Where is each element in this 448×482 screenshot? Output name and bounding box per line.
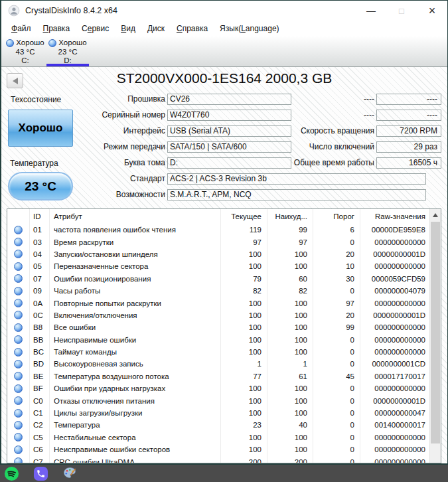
attribute-cell: Все ошибки <box>50 321 221 333</box>
status-orb-icon <box>14 409 23 418</box>
table-row[interactable]: 04 Запуски/остановки шпинделя 100 100 20… <box>7 248 429 260</box>
table-row[interactable]: 07 Ошибки позиционирования 79 60 30 0000… <box>7 273 429 285</box>
field-label: Скорость вращения <box>254 126 374 135</box>
back-button[interactable] <box>7 73 23 88</box>
tab-status: Хорошо <box>16 39 44 48</box>
worst-cell: 61 <box>267 370 313 382</box>
drive-tab-d[interactable]: Хорошо 23 °C D: <box>46 36 89 66</box>
threshold-cell: 10 <box>313 260 360 272</box>
table-row[interactable]: BF Ошибки при ударных нагрузках 100 100 … <box>7 382 429 394</box>
status-cell <box>7 309 30 321</box>
status-cell <box>7 297 30 309</box>
worst-cell: 100 <box>267 260 313 272</box>
worst-cell: 200 <box>267 455 313 463</box>
info-field-row-wide: Стандарт ACS-2 | ACS-3 Revision 3b <box>1 171 426 187</box>
table-row[interactable]: B8 Все ошибки 100 100 99 000000000000 <box>7 321 429 333</box>
table-row[interactable]: 0C Включения/отключения 100 100 20 00000… <box>7 309 429 321</box>
current-cell: 100 <box>221 432 267 443</box>
scrollbar-thumb[interactable] <box>431 222 440 443</box>
table-row[interactable]: C7 CRC-ошибки UltraDMA 200 200 0 0000000… <box>7 455 429 463</box>
menu-view[interactable]: Вид <box>115 22 141 35</box>
threshold-cell: 30 <box>313 273 360 285</box>
field-value-box: ---- <box>376 94 441 105</box>
scroll-up-button[interactable] <box>430 209 441 220</box>
threshold-column-header[interactable]: Порог <box>313 209 360 224</box>
close-button[interactable]: × <box>417 1 447 21</box>
minimize-button[interactable]: — <box>356 1 386 21</box>
field-value-box: S.M.A.R.T., APM, NCQ <box>167 189 426 201</box>
table-row[interactable]: 03 Время раскрутки 97 97 0 000000000000 <box>7 236 429 248</box>
menu-edit[interactable]: Правка <box>37 22 76 35</box>
drive-tab-c[interactable]: Хорошо 43 °C C: <box>4 36 46 66</box>
spotify-icon[interactable] <box>3 465 19 481</box>
table-row[interactable]: BC Таймаут команды 100 100 0 00000000000… <box>7 346 429 358</box>
viber-icon[interactable] <box>33 465 48 481</box>
threshold-cell: 0 <box>313 285 360 297</box>
info-field-row: ---- ---- <box>254 91 443 107</box>
worst-cell: 100 <box>267 346 313 358</box>
threshold-cell: 0 <box>313 394 360 406</box>
status-orb-icon <box>14 274 23 283</box>
current-column-header[interactable]: Текущее <box>221 209 267 224</box>
worst-cell: 1 <box>267 358 313 370</box>
current-cell: 200 <box>221 455 267 463</box>
table-row[interactable]: C5 Нестабильные сектора 100 100 0 000000… <box>7 432 429 443</box>
id-cell: C1 <box>30 407 50 419</box>
current-cell: 100 <box>221 260 267 272</box>
status-orb-icon <box>14 299 23 307</box>
raw-cell: 00000000001D <box>360 248 429 260</box>
attribute-cell: Включения/отключения <box>50 309 221 321</box>
status-orb-icon <box>14 287 23 295</box>
attribute-cell: Высокоуровневая запись <box>50 358 221 370</box>
id-cell: BE <box>30 370 50 382</box>
status-orb-icon <box>14 421 23 430</box>
info-field-row: Общее время работы 16505 ч <box>254 155 443 171</box>
menu-file[interactable]: Файл <box>5 22 37 35</box>
menu-service[interactable]: Сервис <box>76 22 115 35</box>
menu-language[interactable]: Язык(Language) <box>214 22 285 35</box>
raw-column-header[interactable]: Raw-значения <box>360 209 429 224</box>
taskbar <box>0 465 448 482</box>
threshold-cell: 0 <box>313 407 360 419</box>
raw-cell: 0000059CFD59 <box>360 273 429 285</box>
table-row[interactable]: 09 Часы работы 82 82 0 000000004079 <box>7 285 429 297</box>
status-cell <box>7 334 30 346</box>
table-row[interactable]: C0 Отказы отключения питания 100 100 0 0… <box>7 394 429 406</box>
worst-cell: 100 <box>267 334 313 346</box>
table-scrollbar[interactable] <box>429 209 441 463</box>
attribute-cell: Неисправимые ошибки <box>50 334 221 346</box>
table-row[interactable]: C6 Неисправимые ошибки секторов 100 100 … <box>7 443 429 455</box>
threshold-cell: 0 <box>313 334 360 346</box>
raw-cell: 00000000001D <box>360 394 429 406</box>
status-orb-icon <box>14 262 23 271</box>
status-orb-icon <box>14 311 23 319</box>
worst-column-header[interactable]: Наихуд... <box>267 209 313 224</box>
status-orb-icon <box>14 457 23 463</box>
worst-cell: 100 <box>267 443 313 455</box>
table-row[interactable]: C1 Циклы загрузки/выгрузки 100 100 0 000… <box>7 407 429 419</box>
info-field-row-wide: Возможности S.M.A.R.T., APM, NCQ <box>1 187 426 202</box>
status-orb-icon <box>14 238 23 246</box>
current-cell: 77 <box>221 370 267 382</box>
field-label: Интерфейс <box>1 126 165 135</box>
table-row[interactable]: 05 Переназначенные сектора 100 100 10 00… <box>7 260 429 272</box>
attribute-column-header[interactable]: Атрибут <box>50 209 221 224</box>
menu-help[interactable]: Справка <box>171 22 214 35</box>
maximize-button[interactable]: □ <box>386 1 417 21</box>
table-row[interactable]: 0A Повторные попытки раскрутки 100 100 9… <box>7 297 429 309</box>
paint-icon[interactable] <box>62 465 78 481</box>
table-row[interactable]: BD Высокоуровневая запись 1 1 0 00000000… <box>7 358 429 370</box>
table-row[interactable]: BE Температура воздушного потока 77 61 4… <box>7 370 429 382</box>
table-row[interactable]: 01 частота появления ошибок чтения 119 9… <box>7 224 429 236</box>
current-cell: 100 <box>221 443 267 455</box>
id-column-header[interactable]: ID <box>30 209 50 224</box>
id-cell: 09 <box>30 285 50 297</box>
table-row[interactable]: BB Неисправимые ошибки 100 100 0 0000000… <box>7 334 429 346</box>
id-cell: C2 <box>30 419 50 431</box>
current-cell: 100 <box>221 297 267 309</box>
menu-disk[interactable]: Диск <box>141 22 171 35</box>
table-row[interactable]: C2 Температура 23 40 0 001400000017 <box>7 419 429 431</box>
status-cell <box>7 346 30 358</box>
worst-cell: 100 <box>267 432 313 443</box>
status-cell <box>7 273 30 285</box>
